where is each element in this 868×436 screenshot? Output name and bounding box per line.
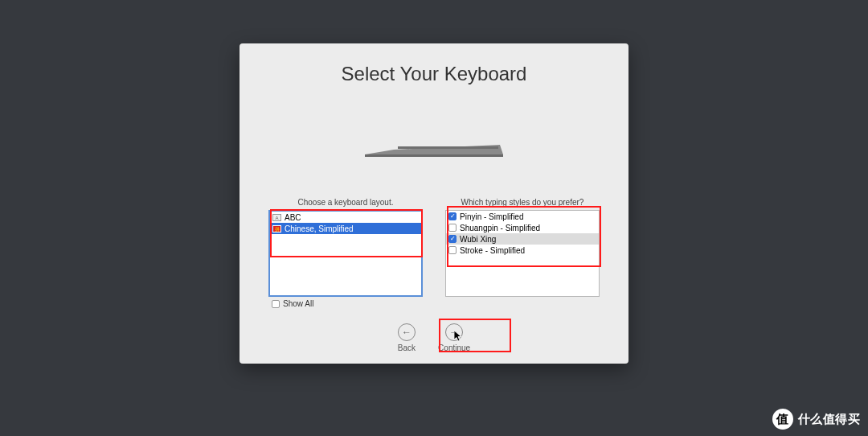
continue-icon — [445, 323, 463, 341]
style-checkbox[interactable] — [448, 246, 457, 254]
keyboard-layout-column: Choose a keyboard layout. AABC拼Chinese, … — [268, 198, 423, 297]
style-row[interactable]: Stroke - Simplified — [446, 245, 599, 256]
keyboard-layout-label: Choose a keyboard layout. — [268, 198, 423, 207]
nav-buttons: Back Continue — [240, 323, 628, 352]
style-row-label: Stroke - Simplified — [460, 246, 525, 255]
continue-label: Continue — [438, 343, 470, 352]
style-row-label: Wubi Xing — [460, 235, 496, 244]
show-all-check-icon[interactable] — [272, 300, 280, 308]
page-title: Select Your Keyboard — [240, 63, 628, 85]
style-row-label: Shuangpin - Simplified — [460, 224, 540, 232]
style-row[interactable]: Pinyin - Simplified — [446, 211, 599, 222]
layout-flag-icon: 拼 — [272, 225, 281, 232]
layout-row[interactable]: 拼Chinese, Simplified — [270, 223, 421, 234]
watermark-badge-icon: 值 — [772, 409, 793, 430]
layout-row-label: ABC — [285, 213, 301, 222]
typing-style-column: Which typing styles do you prefer? Pinyi… — [445, 198, 600, 297]
keyboard-illustration-icon — [362, 140, 506, 158]
watermark-text: 什么值得买 — [798, 412, 861, 427]
typing-style-list[interactable]: Pinyin - SimplifiedShuangpin - Simplifie… — [445, 210, 600, 297]
style-row-label: Pinyin - Simplified — [460, 212, 523, 221]
style-checkbox[interactable] — [448, 224, 457, 232]
keyboard-layout-list[interactable]: AABC拼Chinese, Simplified — [268, 210, 423, 297]
layout-row[interactable]: AABC — [270, 212, 421, 223]
continue-button[interactable]: Continue — [438, 323, 470, 352]
back-button[interactable]: Back — [398, 323, 416, 352]
typing-style-label: Which typing styles do you prefer? — [445, 198, 600, 207]
svg-rect-2 — [365, 154, 503, 157]
layout-row-label: Chinese, Simplified — [285, 224, 354, 233]
watermark: 值 什么值得买 — [772, 409, 861, 430]
show-all-label: Show All — [283, 299, 313, 308]
style-checkbox[interactable] — [448, 212, 457, 220]
style-checkbox[interactable] — [448, 235, 457, 243]
style-row[interactable]: Shuangpin - Simplified — [446, 222, 599, 233]
back-label: Back — [398, 343, 416, 352]
svg-rect-1 — [398, 146, 498, 149]
show-all-checkbox[interactable]: Show All — [272, 299, 313, 308]
setup-window: Select Your Keyboard Choose a keyboard l… — [240, 43, 628, 364]
svg-marker-0 — [365, 145, 503, 154]
layout-flag-icon: A — [272, 214, 281, 221]
style-row[interactable]: Wubi Xing — [446, 233, 599, 245]
back-icon — [398, 323, 416, 341]
